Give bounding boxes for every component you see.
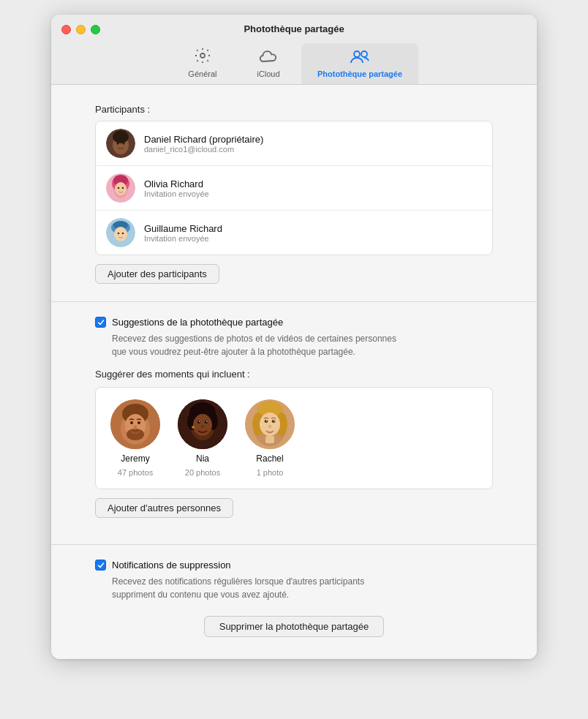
notifications-checkbox[interactable] [95, 560, 106, 571]
person-count-rachel: 1 photo [257, 468, 284, 477]
svg-point-29 [134, 425, 137, 429]
svg-point-41 [201, 425, 205, 428]
svg-point-51 [272, 420, 276, 423]
person-name-nia: Nia [196, 453, 209, 464]
divider-1 [51, 301, 537, 302]
participant-sub-olivia: Invitation envoyée [144, 189, 209, 198]
window-title: Photothèque partagée [244, 23, 344, 34]
person-count-nia: 20 photos [185, 468, 220, 477]
notifications-section: Notifications de suppression Recevez des… [95, 560, 493, 601]
tab-shared[interactable]: Photothèque partagée [301, 43, 418, 84]
minimize-button[interactable] [76, 25, 86, 34]
svg-point-50 [265, 420, 268, 423]
participant-info-guillaume: Guillaume Richard Invitation envoyée [144, 223, 222, 243]
person-avatar-nia [178, 399, 227, 449]
olivia-avatar-svg [106, 173, 135, 203]
person-item-jeremy: Jeremy 47 photos [110, 399, 160, 477]
participant-name-guillaume: Guillaume Richard [144, 223, 222, 234]
traffic-lights [61, 25, 100, 34]
participants-box: Daniel Richard (propriétaire) daniel_ric… [95, 121, 493, 255]
person-name-jeremy: Jeremy [121, 453, 149, 464]
svg-point-13 [115, 182, 127, 195]
tab-icloud[interactable]: iCloud [235, 45, 301, 84]
svg-point-38 [205, 421, 208, 424]
svg-point-52 [266, 421, 268, 422]
delete-btn-wrap: Supprimer la photothèque partagée [95, 616, 493, 637]
svg-point-53 [274, 421, 275, 422]
svg-point-19 [114, 227, 127, 241]
notifications-checkbox-label: Notifications de suppression [112, 560, 231, 571]
add-participants-button[interactable]: Ajouter des participants [95, 264, 219, 284]
avatar-daniel [106, 129, 135, 158]
svg-point-42 [192, 426, 195, 429]
svg-point-27 [130, 421, 133, 424]
content-area: Participants : [51, 85, 537, 659]
svg-point-39 [199, 421, 200, 422]
svg-point-28 [137, 421, 140, 424]
rachel-face-svg [245, 399, 295, 449]
close-button[interactable] [61, 25, 71, 34]
participant-sub-guillaume: Invitation envoyée [144, 234, 222, 243]
avatar-olivia [106, 173, 135, 203]
gear-icon [194, 47, 211, 67]
jeremy-face-svg [110, 399, 160, 449]
svg-point-6 [113, 130, 129, 143]
persons-box: Jeremy 47 photos [95, 387, 493, 489]
titlebar: Photothèque partagée Général [51, 15, 537, 85]
suggestions-checkbox-label: Suggestions de la photothèque partagée [112, 317, 283, 328]
tab-icloud-label: iCloud [257, 69, 279, 78]
participant-info-olivia: Olivia Richard Invitation envoyée [144, 178, 209, 198]
checkmark-icon-2 [97, 562, 105, 569]
participant-sub-daniel: daniel_rico1@icloud.com [144, 145, 263, 154]
person-name-rachel: Rachel [256, 453, 283, 464]
suggestions-description: Recevez des suggestions de photos et de … [112, 332, 493, 358]
svg-point-40 [206, 421, 207, 422]
svg-point-20 [118, 233, 120, 235]
cloud-icon [259, 50, 278, 67]
notifications-checkbox-row: Notifications de suppression [95, 560, 493, 571]
participant-info-daniel: Daniel Richard (propriétaire) daniel_ric… [144, 134, 263, 154]
svg-point-26 [127, 429, 144, 440]
main-window: Photothèque partagée Général [51, 15, 537, 659]
svg-point-15 [122, 187, 124, 189]
suggestions-checkbox[interactable] [95, 317, 106, 328]
svg-point-2 [354, 51, 360, 57]
svg-point-3 [361, 51, 367, 57]
tab-shared-label: Photothèque partagée [317, 69, 402, 78]
svg-point-21 [122, 233, 124, 235]
svg-point-37 [197, 421, 200, 424]
tab-general[interactable]: Général [170, 42, 235, 84]
add-persons-button[interactable]: Ajouter d'autres personnes [95, 498, 233, 518]
person-count-jeremy: 47 photos [118, 468, 153, 477]
svg-point-54 [268, 425, 271, 429]
svg-point-0 [200, 53, 205, 58]
svg-point-14 [118, 187, 120, 189]
participant-name-daniel: Daniel Richard (propriétaire) [144, 134, 263, 145]
avatar-guillaume [106, 218, 135, 247]
participants-label: Participants : [95, 104, 493, 115]
tab-general-label: Général [188, 69, 216, 78]
participant-row: Olivia Richard Invitation envoyée [96, 166, 492, 211]
suggest-moments-label: Suggérer des moments qui incluent : [95, 369, 493, 380]
checkmark-icon [97, 319, 105, 326]
participant-name-olivia: Olivia Richard [144, 178, 209, 189]
guillaume-avatar-svg [106, 218, 135, 247]
svg-point-7 [117, 143, 119, 145]
person-avatar-rachel [245, 399, 295, 449]
person-item-rachel: Rachel 1 photo [245, 399, 295, 477]
participant-row: Guillaume Richard Invitation envoyée [96, 211, 492, 255]
tab-bar: Général iCloud [170, 42, 418, 84]
suggestions-checkbox-row: Suggestions de la photothèque partagée [95, 317, 493, 328]
delete-library-button[interactable]: Supprimer la photothèque partagée [204, 616, 385, 637]
nia-face-svg [178, 399, 227, 449]
participant-row: Daniel Richard (propriétaire) daniel_ric… [96, 121, 492, 166]
fullscreen-button[interactable] [91, 25, 100, 34]
person-item-nia: Nia 20 photos [178, 399, 227, 477]
daniel-avatar-svg [106, 129, 135, 158]
svg-rect-48 [265, 436, 274, 443]
person-avatar-jeremy [110, 399, 160, 449]
notifications-description: Recevez des notifications régulières lor… [112, 575, 493, 601]
svg-line-1 [263, 61, 274, 61]
divider-2 [51, 544, 537, 545]
shared-library-icon [350, 48, 370, 67]
